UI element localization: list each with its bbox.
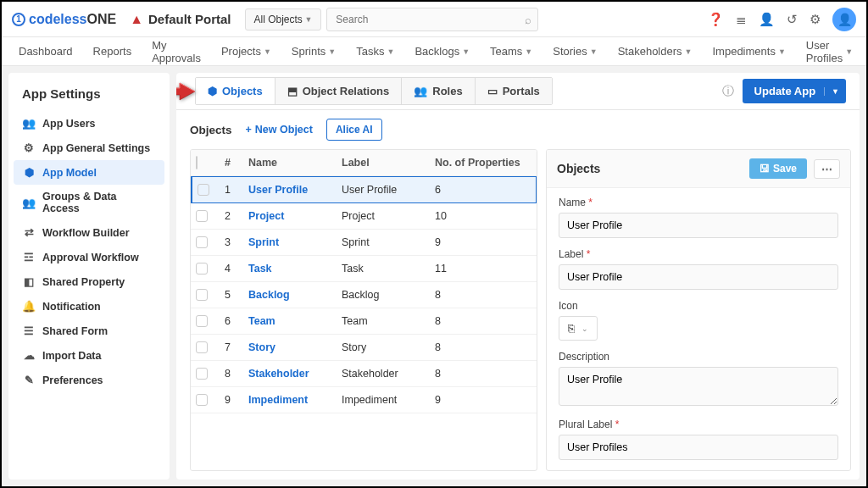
sidebar-item-icon: 🔔: [22, 300, 36, 313]
sidebar-item-shared-form[interactable]: ☰Shared Form: [14, 319, 164, 343]
row-checkbox[interactable]: [196, 263, 208, 274]
table-cell[interactable]: Project: [243, 203, 337, 230]
sidebar-item-import-data[interactable]: ☁Import Data: [14, 343, 164, 368]
sidebar-item-groups-data-access[interactable]: 👥Groups & Data Access: [14, 185, 164, 220]
chevron-down-icon[interactable]: ▼: [824, 87, 839, 96]
search-input[interactable]: [326, 8, 538, 31]
chevron-down-icon: ▼: [328, 47, 336, 56]
save-button[interactable]: 🖫 Save: [749, 158, 807, 179]
row-checkbox[interactable]: [196, 394, 208, 406]
table-cell[interactable]: User Profile: [243, 176, 337, 203]
nav-stories[interactable]: Stories▼: [553, 45, 597, 58]
object-type-label: All Objects: [254, 14, 303, 25]
sidebar-item-app-model[interactable]: ⬢App Model: [14, 160, 164, 185]
table-header: Name: [243, 150, 337, 176]
icon-picker[interactable]: ⎘ ⌄: [559, 316, 598, 341]
alice-ai-button[interactable]: Alice AI: [326, 119, 382, 141]
table-cell: 11: [430, 256, 537, 282]
row-checkbox[interactable]: [196, 368, 208, 380]
sidebar-item-notification[interactable]: 🔔Notification: [14, 294, 164, 319]
info-icon[interactable]: ⓘ: [722, 84, 734, 99]
sidebar-item-preferences[interactable]: ✎Preferences: [14, 368, 164, 392]
nav-tasks[interactable]: Tasks▼: [356, 45, 394, 58]
table-cell[interactable]: Sprint: [243, 230, 337, 256]
brand-logo[interactable]: 1 codelessONE: [12, 12, 116, 27]
nav-reports[interactable]: Reports: [93, 45, 132, 58]
nav-dashboard[interactable]: Dashboard: [19, 45, 73, 58]
object-name-link[interactable]: Story: [248, 341, 275, 353]
tab-icon: ⬢: [208, 85, 217, 97]
table-cell[interactable]: Impediment: [243, 387, 337, 413]
nav-stakeholders[interactable]: Stakeholders▼: [618, 45, 693, 58]
object-name-link[interactable]: Stakeholder: [248, 368, 309, 380]
gear-icon[interactable]: ⚙: [810, 12, 821, 27]
object-name-link[interactable]: Project: [248, 210, 284, 222]
object-type-select[interactable]: All Objects ▼: [245, 8, 322, 30]
nav-backlogs[interactable]: Backlogs▼: [415, 45, 470, 58]
tab-roles[interactable]: 👥Roles: [402, 78, 475, 104]
object-name-link[interactable]: Team: [248, 315, 275, 327]
sidebar-item-app-users[interactable]: 👥App Users: [14, 111, 164, 136]
nav-teams[interactable]: Teams▼: [490, 45, 532, 58]
object-name-link[interactable]: Impediment: [248, 394, 308, 406]
row-checkbox[interactable]: [196, 289, 208, 301]
tab-label: Portals: [503, 85, 540, 97]
sidebar-item-workflow-builder[interactable]: ⇄Workflow Builder: [14, 220, 164, 245]
new-object-button[interactable]: + New Object: [246, 124, 313, 136]
row-checkbox[interactable]: [196, 315, 208, 327]
sidebar-item-label: Import Data: [42, 350, 101, 362]
subhead-title: Objects: [190, 124, 232, 136]
table-cell: [191, 203, 220, 230]
database-icon[interactable]: ≣: [736, 12, 747, 27]
search-icon[interactable]: ⌕: [525, 13, 531, 25]
tab-object-relations[interactable]: ⬒Object Relations: [275, 78, 403, 104]
object-name-link[interactable]: Sprint: [248, 236, 279, 248]
avatar[interactable]: 👤: [832, 8, 856, 31]
object-name-link[interactable]: User Profile: [248, 184, 308, 196]
user-add-icon[interactable]: 👤: [759, 12, 775, 27]
table-cell[interactable]: Story: [243, 335, 337, 361]
row-checkbox[interactable]: [196, 236, 208, 248]
more-actions-button[interactable]: ⋯: [814, 159, 840, 179]
tab-objects[interactable]: ⬢Objects: [196, 78, 275, 104]
nav-sprints[interactable]: Sprints▼: [292, 45, 336, 58]
help-icon[interactable]: ❓: [708, 12, 724, 27]
sidebar-item-icon: ✎: [22, 374, 36, 386]
select-all-checkbox[interactable]: [196, 156, 198, 169]
update-app-button[interactable]: Update App ▼: [743, 79, 846, 103]
object-name-link[interactable]: Task: [248, 263, 272, 274]
table-cell[interactable]: Team: [243, 308, 337, 335]
table-cell: 2: [220, 203, 243, 230]
portal-name: Default Portal: [148, 12, 231, 26]
object-name-link[interactable]: Backlog: [248, 289, 290, 301]
name-input[interactable]: [559, 213, 838, 238]
nav-impediments[interactable]: Impediments▼: [712, 45, 785, 58]
table-cell[interactable]: Backlog: [243, 282, 337, 308]
history-icon[interactable]: ↺: [787, 12, 798, 27]
detail-title: Objects: [557, 162, 600, 175]
table-cell[interactable]: Stakeholder: [243, 361, 337, 387]
chevron-down-icon: ▼: [303, 15, 312, 24]
tab-icon: 👥: [414, 85, 427, 97]
table-cell[interactable]: Task: [243, 256, 337, 282]
row-checkbox[interactable]: [196, 341, 208, 353]
nav-projects[interactable]: Projects▼: [221, 45, 271, 58]
new-object-label: New Object: [255, 124, 313, 136]
sidebar-item-approval-workflow[interactable]: ☲Approval Workflow: [14, 245, 164, 269]
portal-selector[interactable]: ▲ Default Portal: [130, 12, 231, 27]
row-checkbox[interactable]: [198, 184, 209, 196]
row-checkbox[interactable]: [196, 210, 208, 222]
tab-label: Object Relations: [303, 85, 390, 97]
chevron-down-icon: ▼: [778, 47, 786, 56]
nav-my-approvals[interactable]: My Approvals: [152, 39, 201, 64]
global-search: ⌕: [326, 8, 538, 31]
tab-portals[interactable]: ▭Portals: [476, 78, 552, 104]
label-input[interactable]: [559, 264, 838, 290]
description-input[interactable]: [559, 367, 838, 406]
sidebar-item-shared-property[interactable]: ◧Shared Property: [14, 269, 164, 294]
nav-user-profiles[interactable]: User Profiles▼: [806, 39, 853, 64]
portal-icon: ▲: [130, 12, 143, 27]
plural-label-input[interactable]: [559, 435, 838, 460]
sidebar-item-app-general-settings[interactable]: ⚙App General Settings: [14, 136, 164, 160]
chevron-down-icon: ⌄: [581, 324, 588, 333]
